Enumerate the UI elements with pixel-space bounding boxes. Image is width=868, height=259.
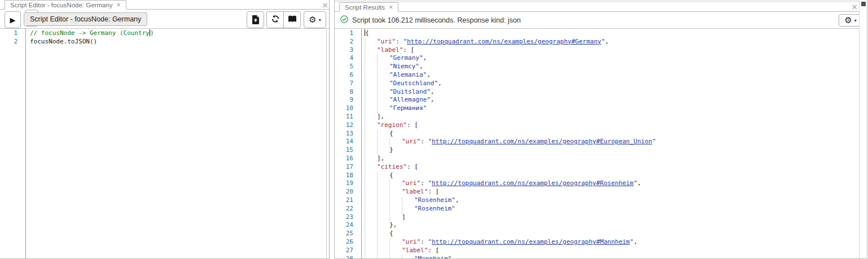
code-token: { — [389, 172, 393, 179]
code-line[interactable]: 22"Rosenheim" — [335, 205, 859, 213]
code-line[interactable]: 15} — [335, 146, 859, 155]
settings-dropdown-button[interactable]: ⚙ ▾ — [304, 11, 326, 28]
code-line-content: { — [362, 230, 859, 238]
indent-guides — [365, 104, 389, 113]
tab-close-icon[interactable]: × — [389, 4, 393, 11]
code-token: " — [428, 179, 432, 187]
line-number: 8 — [335, 88, 362, 96]
code-token: " — [428, 238, 432, 245]
code-token: , — [634, 238, 638, 245]
results-scrollbar-thumb[interactable] — [861, 2, 866, 6]
tab-script-editor[interactable]: Script Editor - focusNode: Germany × — [5, 0, 126, 10]
code-token: , — [419, 63, 423, 70]
documentation-button[interactable] — [283, 12, 300, 28]
line-number: 3 — [335, 46, 362, 55]
code-line[interactable]: 16], — [335, 155, 859, 163]
play-icon: ▶ — [10, 16, 16, 24]
indent-guides — [365, 96, 389, 104]
gear-icon: ⚙ — [309, 16, 316, 24]
tab-script-results[interactable]: Script Results × — [339, 2, 398, 12]
code-line[interactable]: 4"Germany", — [335, 54, 859, 63]
line-number: 16 — [335, 155, 362, 163]
code-token: "label" — [402, 188, 428, 195]
code-line[interactable]: 6"Alemania", — [335, 71, 859, 80]
json-uri-link[interactable]: http://topquadrant.com/ns/examples/geogr… — [432, 238, 630, 245]
code-token: " — [403, 38, 407, 45]
line-number: 21 — [335, 196, 362, 205]
code-line[interactable]: 1{ — [335, 29, 859, 38]
json-uri-link[interactable]: http://topquadrant.com/ns/examples/geogr… — [432, 138, 652, 145]
code-line-content: "Alemania", — [362, 71, 859, 80]
code-token: "Mannheim" — [414, 255, 451, 258]
code-line[interactable]: 12"region": [ — [335, 121, 859, 130]
code-line-content: "Mannheim", — [362, 255, 859, 258]
code-line[interactable]: 11], — [335, 113, 859, 121]
code-line[interactable]: 17"cities": [ — [335, 163, 859, 172]
status-message: Script took 106.212 milliseconds. Respon… — [352, 16, 521, 24]
code-token: "cities" — [377, 163, 407, 170]
code-line[interactable]: 14"uri": "http://topquadrant.com/ns/exam… — [335, 138, 859, 146]
code-line[interactable]: 2focusNode.toJSON() — [0, 38, 326, 46]
indent-guides — [365, 71, 389, 80]
code-line[interactable]: 23] — [335, 213, 859, 222]
indent-guides — [365, 155, 377, 163]
code-token: }, — [389, 221, 397, 229]
line-number: 28 — [335, 255, 362, 258]
code-line[interactable]: 2"uri": "http://topquadrant.com/ns/examp… — [335, 38, 859, 46]
code-token: : [ — [403, 46, 414, 54]
code-line-content: // focusNode -> Germany (Country) — [26, 29, 326, 38]
indent-guides — [365, 172, 389, 180]
line-number: 6 — [335, 71, 362, 80]
results-status-bar: Script took 106.212 milliseconds. Respon… — [335, 12, 867, 29]
code-line[interactable]: 1// focusNode -> Germany (Country) — [0, 29, 326, 38]
code-line[interactable]: 21"Rosenheim", — [335, 196, 859, 205]
tab-close-icon[interactable]: × — [117, 2, 121, 8]
code-line-content: { — [362, 130, 859, 138]
code-line[interactable]: 24}, — [335, 221, 859, 230]
code-line[interactable]: 25{ — [335, 230, 859, 238]
new-file-button[interactable] — [247, 11, 264, 28]
right-tab-bar: Script Results × — [335, 2, 867, 12]
code-line[interactable]: 19"uri": "http://topquadrant.com/ns/exam… — [335, 179, 859, 188]
code-line[interactable]: 7"Deutschland", — [335, 80, 859, 88]
editor-scrollbar-track[interactable] — [326, 29, 329, 258]
code-token: "uri" — [402, 179, 420, 187]
code-line[interactable]: 9"Allemagne", — [335, 96, 859, 104]
code-line[interactable]: 8"Duitsland", — [335, 88, 859, 96]
code-line[interactable]: 3"label": [ — [335, 46, 859, 55]
run-script-button[interactable]: ▶ — [5, 11, 21, 28]
code-line-content: ] — [362, 213, 859, 222]
code-token: , — [427, 71, 431, 78]
code-token: "Niemcy" — [389, 63, 419, 70]
code-line[interactable]: 18{ — [335, 172, 859, 180]
line-number: 1 — [0, 29, 26, 38]
code-line[interactable]: 10"Германия" — [335, 104, 859, 113]
indent-guides — [365, 54, 389, 63]
left-pane-close-icon[interactable]: × — [322, 1, 328, 9]
code-token: "Alemania" — [389, 71, 427, 78]
refresh-button[interactable] — [267, 12, 283, 28]
json-uri-link[interactable]: http://topquadrant.com/ns/examples/geogr… — [432, 179, 634, 187]
script-code-editor[interactable]: 1// focusNode -> Germany (Country)2focus… — [0, 29, 326, 258]
code-line-content: "Rosenheim" — [362, 205, 859, 213]
line-number: 11 — [335, 113, 362, 121]
code-line[interactable]: 27"label": [ — [335, 247, 859, 255]
code-line[interactable]: 28"Mannheim", — [335, 255, 859, 258]
indent-guides — [365, 238, 402, 247]
code-token: focusNode.toJSON() — [30, 38, 97, 45]
json-uri-link[interactable]: http://topquadrant.com/ns/examples/geogr… — [407, 38, 601, 45]
right-pane-close-icon[interactable]: × — [851, 3, 858, 11]
line-number: 20 — [335, 188, 362, 196]
code-line[interactable]: 20"label": [ — [335, 188, 859, 196]
line-number: 9 — [335, 96, 362, 104]
code-line[interactable]: 5"Niemcy", — [335, 63, 859, 71]
code-line[interactable]: 26"uri": "http://topquadrant.com/ns/exam… — [335, 238, 859, 247]
results-scrollbar-track[interactable] — [859, 0, 867, 258]
code-token: ], — [377, 155, 384, 162]
indent-guides — [365, 213, 402, 222]
code-line-content: "uri": "http://topquadrant.com/ns/exampl… — [362, 238, 859, 247]
code-line-content: "Германия" — [362, 104, 859, 113]
code-token: , — [423, 54, 427, 62]
code-line[interactable]: 13{ — [335, 130, 859, 138]
json-results-viewer[interactable]: 1{2"uri": "http://topquadrant.com/ns/exa… — [335, 29, 859, 258]
